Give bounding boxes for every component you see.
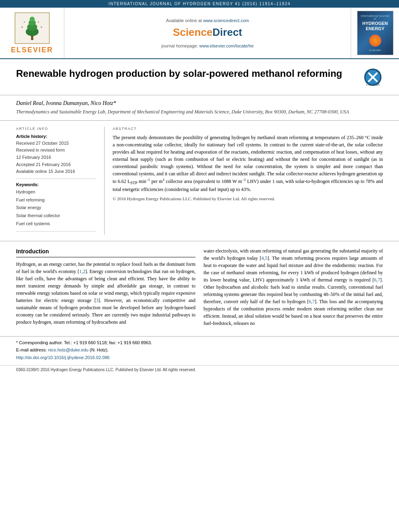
authors-affiliation: Thermodynamics and Sustainable Energy La… bbox=[16, 109, 383, 115]
intro-para-1: Hydrogen, as an energy carrier, has the … bbox=[16, 261, 195, 326]
keyword-solar-thermal: Solar thermal collector bbox=[16, 212, 96, 220]
crossmark-logo[interactable]: CrossMark bbox=[363, 67, 383, 89]
keywords-label: Keywords: bbox=[16, 182, 96, 187]
abstract-column: Abstract The present study demonstrates … bbox=[113, 127, 383, 235]
abstract-copyright: © 2016 Hydrogen Energy Publications LLC.… bbox=[113, 195, 383, 202]
footnotes-section: * Corresponding author. Tel.: +1 919 660… bbox=[0, 336, 399, 365]
received-date-1: Received 27 October 2015 bbox=[16, 140, 96, 147]
sciencedirect-logo: ScienceDirect bbox=[173, 26, 242, 39]
ref-1-2[interactable]: 1,2 bbox=[79, 269, 85, 274]
svg-point-7 bbox=[31, 37, 33, 39]
keyword-hydrogen: Hydrogen bbox=[16, 188, 96, 196]
sciencedirect-section: Available online at www.sciencedirect.co… bbox=[64, 8, 351, 58]
body-col-left: Introduction Hydrogen, as an energy carr… bbox=[16, 247, 195, 330]
available-online-date: Available online 15 June 2016 bbox=[16, 168, 96, 175]
intro-para-2: water electrolysis, with steam reforming… bbox=[204, 247, 383, 327]
elsevier-tree-icon: ✦ ✦ ✦ ✦ bbox=[12, 12, 52, 44]
journal-cover-image: international journal of HYDROGENENERGY … bbox=[357, 11, 393, 55]
abstract-text: The present study demonstrates the possi… bbox=[113, 134, 383, 202]
keywords-section: Keywords: Hydrogen Fuel reforming Solar … bbox=[16, 182, 96, 232]
footnote-doi: http://dx.doi.org/10.1016/j.ijhydene.201… bbox=[16, 355, 383, 361]
article-title-section: Renewable hydrogen production by solar-p… bbox=[0, 59, 399, 95]
ref-4-5[interactable]: 4,5 bbox=[261, 255, 267, 261]
accepted-date: Accepted 21 February 2016 bbox=[16, 161, 96, 168]
received-revised-date: 12 February 2016 bbox=[16, 154, 96, 161]
footnote-corresponding: * Corresponding author. Tel.: +1 919 660… bbox=[16, 340, 383, 346]
article-main-title: Renewable hydrogen production by solar-p… bbox=[16, 67, 355, 80]
journal-cover-title: HYDROGENENERGY bbox=[362, 21, 388, 31]
doi-link[interactable]: http://dx.doi.org/10.1016/j.ijhydene.201… bbox=[16, 355, 109, 360]
svg-text:✦: ✦ bbox=[21, 26, 23, 29]
keyword-fuel-reforming: Fuel reforming bbox=[16, 196, 96, 204]
article-history: Article history: Received 27 October 201… bbox=[16, 134, 96, 179]
page-header: ✦ ✦ ✦ ✦ ELSEVIER Available online at www… bbox=[0, 8, 399, 59]
email-link[interactable]: nico.hotz@duke.edu bbox=[48, 347, 88, 352]
svg-text:✦: ✦ bbox=[40, 26, 42, 29]
journal-header-bar: International Journal of Hydrogen Energy… bbox=[0, 0, 399, 8]
svg-text:✦: ✦ bbox=[23, 20, 25, 23]
elsevier-logo: ✦ ✦ ✦ ✦ ELSEVIER bbox=[11, 12, 53, 54]
copyright-bar: 0360-3199/© 2016 Hydrogen Energy Publica… bbox=[0, 365, 399, 374]
footnote-email: E-mail address: nico.hotz@duke.edu (N. H… bbox=[16, 347, 383, 353]
journal-cover-graphic bbox=[369, 35, 381, 47]
received-revised-label: Received in revised form bbox=[16, 147, 96, 154]
article-info-column: Article Info Article history: Received 2… bbox=[16, 127, 105, 235]
svg-text:✦: ✦ bbox=[37, 20, 39, 23]
ref-3[interactable]: 3 bbox=[96, 298, 99, 303]
elsevier-logo-section: ✦ ✦ ✦ ✦ ELSEVIER bbox=[0, 8, 64, 58]
sciencedirect-url[interactable]: www.sciencedirect.com bbox=[203, 18, 249, 23]
keyword-solar-energy: Solar energy bbox=[16, 204, 96, 212]
svg-text:CrossMark: CrossMark bbox=[366, 83, 380, 86]
svg-point-6 bbox=[29, 16, 34, 21]
journal-title-text: International Journal of Hydrogen Energy… bbox=[109, 2, 291, 6]
journal-homepage-text: journal homepage: www.elsevier.com/locat… bbox=[161, 43, 253, 48]
article-title-container: Renewable hydrogen production by solar-p… bbox=[16, 67, 355, 80]
abstract-paragraph: The present study demonstrates the possi… bbox=[113, 134, 383, 193]
history-label: Article history: bbox=[16, 134, 96, 139]
journal-homepage-url[interactable]: www.elsevier.com/locate/he bbox=[200, 43, 254, 48]
keyword-fuel-cell: Fuel cell systems bbox=[16, 220, 96, 228]
journal-cover-section: international journal of HYDROGENENERGY … bbox=[351, 8, 399, 58]
introduction-title: Introduction bbox=[16, 247, 195, 257]
body-section: Introduction Hydrogen, as an energy carr… bbox=[0, 241, 399, 336]
body-col-right: water electrolysis, with steam reforming… bbox=[204, 247, 383, 330]
copyright-text: 0360-3199/© 2016 Hydrogen Energy Publica… bbox=[16, 368, 196, 372]
ref-6-7[interactable]: 6,7 bbox=[374, 277, 380, 283]
article-info-header: Article Info bbox=[16, 127, 96, 131]
ref-6-7-2[interactable]: 6,7 bbox=[309, 299, 315, 304]
available-online-text: Available online at www.sciencedirect.co… bbox=[166, 18, 249, 23]
body-two-col: Introduction Hydrogen, as an energy carr… bbox=[16, 247, 383, 330]
info-abstract-section: Article Info Article history: Received 2… bbox=[0, 121, 399, 241]
elsevier-text: ELSEVIER bbox=[11, 46, 53, 54]
abstract-header: Abstract bbox=[113, 127, 383, 131]
authors-names: Daniel Real, Ivonna Dumanyan, Nico Hotz* bbox=[16, 100, 383, 107]
crossmark-icon: CrossMark bbox=[363, 67, 383, 87]
authors-section: Daniel Real, Ivonna Dumanyan, Nico Hotz*… bbox=[0, 95, 399, 121]
